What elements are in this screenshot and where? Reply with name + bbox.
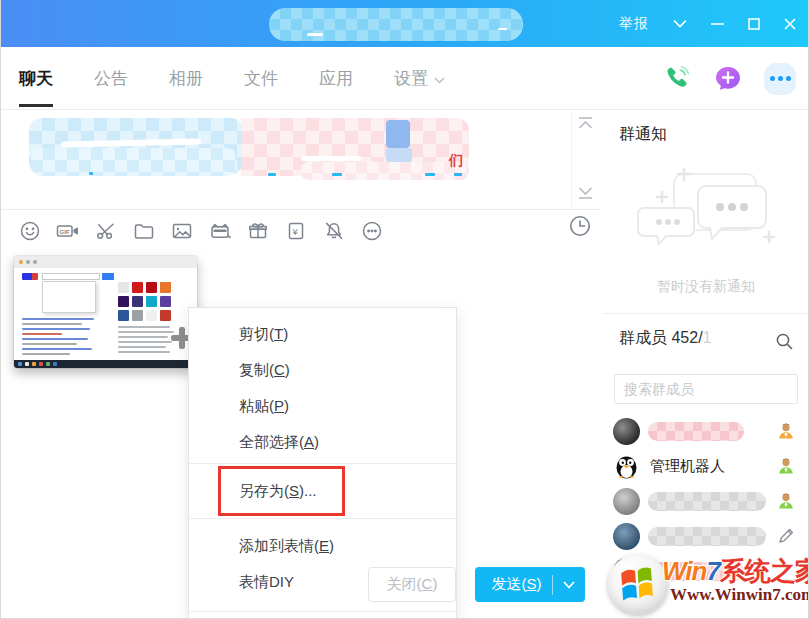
member-avatar (613, 453, 640, 480)
member-name-redacted (648, 422, 744, 441)
windows-logo-icon (608, 554, 668, 614)
chevron-down-icon (434, 69, 445, 89)
group-sidebar: 群通知 暂时没有新通知 群成员 452/ (602, 110, 809, 619)
member-level-icon (776, 491, 796, 515)
report-button[interactable]: 举报 (619, 15, 649, 33)
more-tools-icon[interactable] (353, 217, 391, 245)
menu-item[interactable]: 复制(C) (189, 352, 456, 388)
sidebar-divider (602, 313, 809, 314)
redacted-patch (386, 120, 410, 148)
thumbnail-browser-chrome (14, 256, 197, 268)
member-name-redacted (648, 492, 766, 511)
svg-text:GIF: GIF (60, 229, 70, 235)
title-fragment (498, 28, 507, 30)
member-row[interactable] (602, 484, 809, 519)
tab-bar: 聊天公告相册文件应用设置 (1, 47, 809, 110)
emoji-icon[interactable] (11, 217, 49, 245)
menu-item[interactable]: 剪切(T) (189, 316, 456, 352)
scroll-to-top-icon[interactable] (577, 116, 594, 135)
tab-album[interactable]: 相册 (169, 47, 203, 110)
title-fragment (307, 33, 323, 36)
search-icon[interactable] (775, 332, 794, 355)
menu-item[interactable]: 全部选择(A) (189, 424, 456, 460)
context-menu-group: 剪切(T)复制(C)粘贴(P)全部选择(A) (189, 308, 456, 463)
send-button[interactable]: 发送(S) (475, 567, 585, 602)
send-options-icon[interactable] (553, 581, 585, 589)
member-level-icon (776, 421, 796, 445)
tab-announcement[interactable]: 公告 (94, 47, 128, 110)
doutu-icon[interactable] (201, 217, 239, 245)
member-name-redacted (648, 527, 766, 546)
message-history-icon[interactable] (567, 213, 593, 243)
menu-item[interactable]: 添加到表情(E) (189, 528, 456, 564)
group-members-header: 群成员 452/1 (619, 328, 712, 349)
member-row[interactable]: 管理机器人 (602, 449, 809, 484)
redacted-message-pink (301, 162, 469, 180)
member-level-icon (776, 456, 796, 480)
qq-group-chat-window: 举报 聊天公告相册文件应用设置 (0, 0, 809, 619)
redacted-message-blue (31, 148, 237, 176)
member-avatar (613, 418, 640, 445)
pasted-screenshot-thumbnail[interactable] (14, 256, 197, 368)
bell-mute-icon[interactable] (315, 217, 353, 245)
empty-notice-illustration (632, 168, 782, 272)
wallet-icon[interactable]: ¥ (277, 217, 315, 245)
chat-history[interactable]: 们 (1, 110, 601, 210)
header-actions (660, 47, 796, 110)
close-button[interactable] (784, 18, 796, 30)
gift-icon[interactable] (239, 217, 277, 245)
screenshot-icon[interactable] (87, 217, 125, 245)
gif-icon[interactable]: GIF (49, 217, 87, 245)
member-search-input[interactable] (614, 374, 798, 404)
menu-separator (189, 611, 456, 612)
invite-member-icon[interactable] (712, 63, 744, 95)
window-title-redacted (269, 8, 523, 41)
empty-notice-text: 暂时没有新通知 (602, 278, 809, 296)
composer-toolbar: GIF¥ (1, 211, 601, 251)
folder-icon[interactable] (125, 217, 163, 245)
redacted-patch (386, 148, 412, 162)
svg-text:¥: ¥ (292, 226, 299, 237)
member-name: 管理机器人 (650, 457, 725, 476)
highlight-annotation-box (218, 466, 345, 516)
tab-settings[interactable]: 设置 (394, 47, 445, 110)
partial-character: 们 (449, 152, 463, 170)
chat-scroll-gutter (571, 111, 600, 209)
title-bar[interactable]: 举报 (1, 0, 809, 47)
chevron-down-icon[interactable] (673, 19, 687, 28)
minimize-button[interactable] (711, 17, 724, 30)
tab-chat[interactable]: 聊天 (19, 47, 53, 110)
member-row[interactable] (602, 414, 809, 449)
more-actions-icon[interactable] (764, 63, 796, 95)
image-icon[interactable] (163, 217, 201, 245)
watermark-url: Www.Winwin7.com (670, 585, 809, 605)
edit-icon[interactable] (777, 526, 796, 549)
tabs: 聊天公告相册文件应用设置 (19, 47, 486, 110)
member-avatar (613, 488, 640, 515)
thumbnail-taskbar (14, 360, 197, 368)
close-dialog-button[interactable]: 关闭(C) (368, 567, 456, 602)
maximize-button[interactable] (748, 18, 760, 30)
tab-apps[interactable]: 应用 (319, 47, 353, 110)
voice-call-icon[interactable] (660, 63, 692, 95)
menu-item[interactable]: 粘贴(P) (189, 388, 456, 424)
titlebar-controls: 举报 (619, 0, 796, 47)
member-avatar (613, 523, 640, 550)
redaction-gap (301, 156, 361, 161)
scroll-to-bottom-icon[interactable] (577, 185, 594, 204)
tab-files[interactable]: 文件 (244, 47, 278, 110)
watermark-title: Win7系统之家 (662, 554, 809, 589)
winwin7-watermark: Win7系统之家 Www.Winwin7.com (604, 548, 809, 619)
group-notice-title: 群通知 (619, 124, 667, 145)
send-label: 发送(S) (475, 575, 552, 594)
